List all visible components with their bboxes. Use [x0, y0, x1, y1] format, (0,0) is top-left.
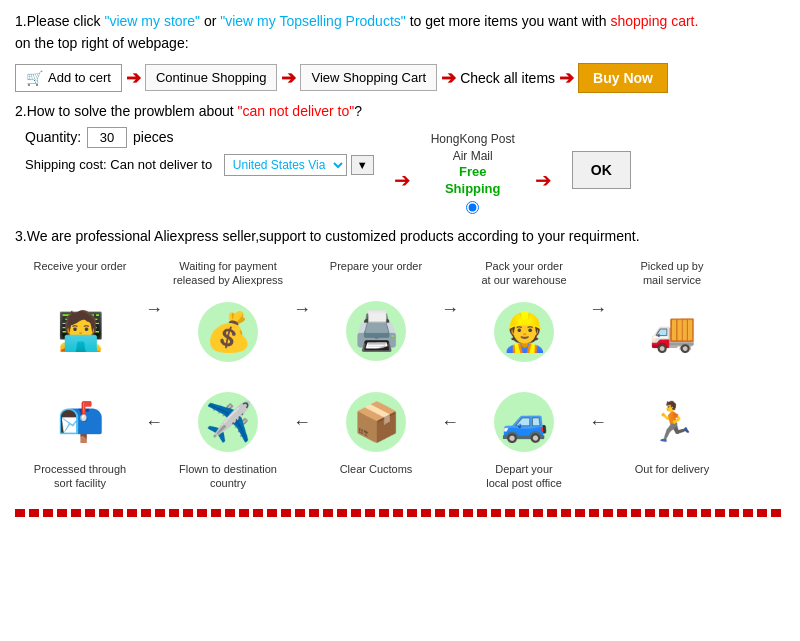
section1-mid: or	[200, 13, 220, 29]
step-pack-icon: 👷	[474, 292, 574, 372]
section1-subtitle: on the top right of webpage:	[15, 32, 785, 54]
shipping-area: Quantity: pieces Shipping cost: Can not …	[25, 127, 785, 214]
qty-label: Quantity:	[25, 129, 81, 145]
process-grid: Receive your order 🧑‍💻 → Waiting for pay…	[15, 259, 785, 494]
buy-now-label: Buy Now	[593, 70, 653, 86]
arrow-r1-3: →	[441, 259, 459, 320]
step-prepare-label: Prepare your order	[330, 259, 422, 287]
shipping-left: Quantity: pieces Shipping cost: Can not …	[25, 127, 374, 176]
view-cart-btn[interactable]: View Shopping Cart	[300, 64, 437, 91]
step-pickup-label: Picked up bymail service	[641, 259, 704, 288]
section1-post: to get more items you want with	[406, 13, 611, 29]
section1-link1[interactable]: "view my store"	[104, 13, 200, 29]
shipping-arrow: ➔	[394, 168, 411, 192]
section3: 3.We are professional Aliexpress seller,…	[15, 226, 785, 494]
via-select[interactable]: United States Via	[224, 154, 347, 176]
step-pickup: Picked up bymail service 🚚	[607, 259, 737, 372]
moneybag-icon: 💰	[205, 310, 252, 354]
step-sort: 📬 Processed throughsort facility	[15, 382, 145, 495]
arrow-r2-1: ←	[589, 382, 607, 433]
step-flown-label: Flown to destinationcountry	[179, 462, 277, 491]
step-receive-label: Receive your order	[34, 259, 127, 287]
step-customs-label: Clear Cuctoms	[340, 462, 413, 490]
process-row1: Receive your order 🧑‍💻 → Waiting for pay…	[15, 259, 785, 372]
continue-shopping-btn[interactable]: Continue Shopping	[145, 64, 278, 91]
step-out-delivery: 🏃 Out for delivery	[607, 382, 737, 494]
runner-icon: 🏃	[649, 400, 696, 444]
arrow-r2-3: ←	[293, 382, 311, 433]
step-payment-label: Waiting for paymentreleased by Aliexpres…	[173, 259, 283, 288]
check-all-items-text: Check all items	[460, 70, 555, 86]
car-icon: 🚙	[501, 400, 548, 444]
qty-row: Quantity: pieces	[25, 127, 374, 148]
section1-pre: 1.Please click	[15, 13, 104, 29]
mail-icon: 📬	[57, 400, 104, 444]
free-shipping: FreeShipping	[431, 164, 515, 198]
hk-line2: Air Mail	[431, 148, 515, 165]
step-depart: 🚙 Depart yourlocal post office	[459, 382, 589, 495]
add-to-cart-label: Add to cert	[48, 70, 111, 85]
step-sort-label: Processed throughsort facility	[34, 462, 126, 491]
step-sort-icon: 📬	[30, 382, 130, 462]
step-out-delivery-label: Out for delivery	[635, 462, 710, 490]
buy-now-btn[interactable]: Buy Now	[578, 63, 668, 93]
plane-icon: ✈️	[205, 400, 252, 444]
step-customs-icon: 📦	[326, 382, 426, 462]
step-prepare: Prepare your order 🖨️	[311, 259, 441, 371]
person-laptop-icon: 🧑‍💻	[57, 309, 104, 353]
step-payment-icon: 💰	[178, 292, 278, 372]
shopping-cart-text: shopping cart.	[610, 13, 698, 29]
arrow-r1-2: →	[293, 259, 311, 320]
qty-input[interactable]	[87, 127, 127, 148]
step-receive-icon: 🧑‍💻	[30, 291, 130, 371]
section1-intro: 1.Please click "view my store" or "view …	[15, 10, 785, 32]
cart-icon: 🛒	[26, 70, 43, 86]
arrow-r1-1: →	[145, 259, 163, 320]
arrow3: ➔	[441, 67, 456, 89]
flow-row: 🛒 Add to cert ➔ Continue Shopping ➔ View…	[15, 63, 785, 93]
section1: 1.Please click "view my store" or "view …	[15, 10, 785, 93]
dropdown-arrow[interactable]: ▼	[351, 155, 374, 175]
step-receive: Receive your order 🧑‍💻	[15, 259, 145, 371]
shipping-label: Shipping cost: Can not deliver to	[25, 157, 212, 172]
step-pack-label: Pack your orderat our warehouse	[482, 259, 567, 288]
truck-icon: 🚚	[649, 310, 696, 354]
arrow-r1-4: →	[589, 259, 607, 320]
radio-btn[interactable]	[431, 201, 515, 214]
step-depart-label: Depart yourlocal post office	[486, 462, 562, 491]
printer-icon: 🖨️	[353, 309, 400, 353]
process-row2: 🏃 Out for delivery ← 🚙 Depart yourlocal …	[15, 382, 785, 495]
arrow2: ➔	[281, 67, 296, 89]
step-flown-icon: ✈️	[178, 382, 278, 462]
section2-title: 2.How to solve the prowblem about "can n…	[15, 103, 785, 119]
worker-icon: 👷	[501, 310, 548, 354]
view-cart-label: View Shopping Cart	[311, 70, 426, 85]
shipping-row: Shipping cost: Can not deliver to United…	[25, 154, 374, 176]
section1-link2[interactable]: "view my Topselling Products"	[220, 13, 406, 29]
step-out-delivery-icon: 🏃	[622, 382, 722, 462]
arrow-r2-4: ←	[145, 382, 163, 433]
section2: 2.How to solve the prowblem about "can n…	[15, 103, 785, 214]
step-pack: Pack your orderat our warehouse 👷	[459, 259, 589, 372]
arrow1: ➔	[126, 67, 141, 89]
bottom-border	[15, 509, 785, 517]
continue-shopping-label: Continue Shopping	[156, 70, 267, 85]
step-payment: Waiting for paymentreleased by Aliexpres…	[163, 259, 293, 372]
step-flown: ✈️ Flown to destinationcountry	[163, 382, 293, 495]
step-depart-icon: 🚙	[474, 382, 574, 462]
ok-button[interactable]: OK	[572, 151, 631, 189]
hongkong-post-box: HongKong Post Air Mail FreeShipping	[431, 131, 515, 214]
step-prepare-icon: 🖨️	[326, 291, 426, 371]
section3-title: 3.We are professional Aliexpress seller,…	[15, 226, 785, 247]
arrow4: ➔	[559, 67, 574, 89]
customs-icon: 📦	[353, 400, 400, 444]
step-pickup-icon: 🚚	[622, 292, 722, 372]
qty-unit: pieces	[133, 129, 173, 145]
arrow-r2-2: ←	[441, 382, 459, 433]
ok-arrow: ➔	[535, 168, 552, 192]
step-customs: 📦 Clear Cuctoms	[311, 382, 441, 494]
hk-line1: HongKong Post	[431, 131, 515, 148]
add-to-cart-btn[interactable]: 🛒 Add to cert	[15, 64, 122, 92]
cannot-deliver-highlight: "can not deliver to"	[238, 103, 355, 119]
